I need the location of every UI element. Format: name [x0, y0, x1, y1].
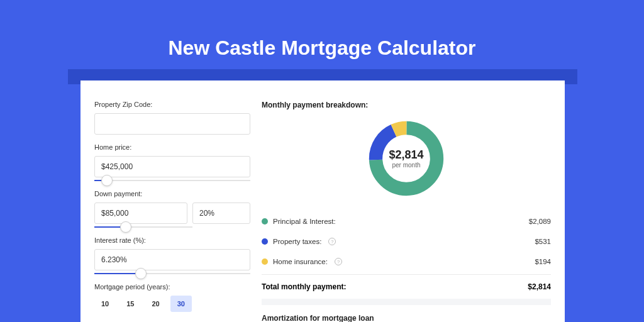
legend-value: $2,089 [529, 218, 551, 225]
total-value: $2,814 [528, 282, 551, 291]
inputs-column: Property Zip Code: Home price: Down paym… [94, 94, 250, 322]
slider-thumb[interactable] [101, 175, 113, 186]
total-line: Total monthly payment: $2,814 [262, 274, 551, 299]
interest-rate-slider[interactable] [94, 273, 250, 274]
interest-rate-label: Interest rate (%): [94, 236, 250, 244]
interest-rate-input[interactable] [94, 249, 250, 270]
legend-value: $194 [535, 258, 551, 265]
amortization-title: Amortization for mortgage loan [262, 314, 551, 322]
down-payment-label: Down payment: [94, 190, 250, 197]
legend-label: Principal & Interest: [273, 218, 336, 225]
legend-label: Property taxes: [273, 238, 321, 245]
payment-donut-chart: $2,814 per month [366, 118, 447, 199]
dot-icon [262, 238, 268, 245]
period-option-20[interactable]: 20 [145, 296, 167, 312]
legend-value: $531 [535, 238, 551, 245]
page-title: New Castle Mortgage Calculator [0, 0, 644, 72]
dot-icon [262, 258, 268, 265]
legend-principal: Principal & Interest: $2,089 [262, 211, 551, 231]
home-price-label: Home price: [94, 143, 250, 151]
zip-input[interactable] [94, 113, 250, 135]
total-label: Total monthly payment: [262, 282, 346, 291]
period-option-10[interactable]: 10 [94, 296, 116, 312]
info-icon[interactable]: ? [335, 258, 342, 265]
legend-insurance: Home insurance: ? $194 [262, 252, 551, 272]
breakdown-column: Monthly payment breakdown: $2,814 per mo… [262, 94, 551, 322]
donut-center-amount: $2,814 [389, 148, 423, 162]
slider-thumb[interactable] [135, 268, 147, 279]
period-label: Mortgage period (years): [94, 283, 250, 291]
period-option-15[interactable]: 15 [119, 296, 141, 312]
zip-label: Property Zip Code: [94, 101, 250, 108]
breakdown-title: Monthly payment breakdown: [262, 101, 551, 109]
period-option-30[interactable]: 30 [170, 296, 192, 312]
donut-center-sub: per month [392, 162, 420, 169]
legend-label: Home insurance: [273, 258, 328, 265]
down-payment-slider[interactable] [94, 226, 192, 228]
amortization-card: Amortization for mortgage loan Amortizat… [262, 299, 551, 322]
info-icon[interactable]: ? [328, 238, 336, 245]
dot-icon [262, 218, 268, 225]
slider-thumb[interactable] [120, 221, 131, 233]
down-payment-percent-input[interactable] [192, 203, 250, 224]
home-price-slider[interactable] [94, 180, 250, 181]
legend-taxes: Property taxes: ? $531 [262, 231, 551, 252]
down-payment-amount-input[interactable] [94, 203, 187, 224]
period-options: 10 15 20 30 [94, 296, 250, 312]
home-price-input[interactable] [94, 156, 250, 177]
calculator-panel: Property Zip Code: Home price: Down paym… [80, 80, 565, 322]
